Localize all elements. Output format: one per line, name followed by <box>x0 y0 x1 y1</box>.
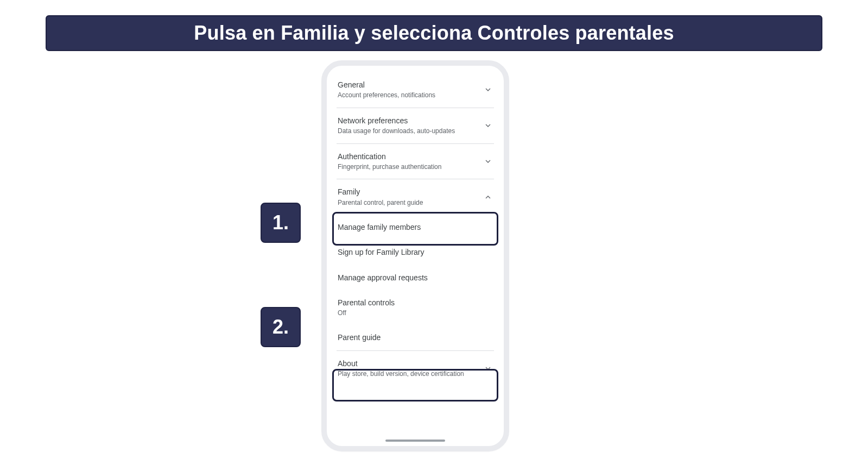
step-badge-1: 1. <box>261 203 301 243</box>
settings-row-general[interactable]: General Account preferences, notificatio… <box>337 72 494 108</box>
gesture-bar <box>385 440 445 442</box>
settings-list: General Account preferences, notificatio… <box>337 72 494 386</box>
instruction-banner: Pulsa en Familia y selecciona Controles … <box>46 15 822 51</box>
row-title: Authentication <box>338 152 441 161</box>
chevron-down-icon <box>483 121 493 130</box>
settings-row-parental-controls[interactable]: Parental controls Off <box>337 290 494 325</box>
row-title: Parent guide <box>338 332 381 342</box>
row-subtitle: Play store, build version, device certif… <box>338 370 464 379</box>
row-subtitle: Account preferences, notifications <box>338 91 435 100</box>
chevron-down-icon <box>483 85 493 95</box>
row-subtitle: Off <box>338 309 395 318</box>
row-title: About <box>338 359 464 368</box>
chevron-down-icon <box>483 156 493 166</box>
row-title: Family <box>338 187 423 197</box>
settings-row-network[interactable]: Network preferences Data usage for downl… <box>337 108 494 144</box>
step-1-label: 1. <box>273 211 289 234</box>
chevron-up-icon <box>483 192 493 202</box>
settings-row-parent-guide[interactable]: Parent guide <box>337 325 494 350</box>
row-title: Parental controls <box>338 298 395 308</box>
settings-row-about[interactable]: About Play store, build version, device … <box>337 351 494 386</box>
settings-row-family[interactable]: Family Parental control, parent guide <box>337 179 494 215</box>
instruction-text: Pulsa en Familia y selecciona Controles … <box>194 22 674 45</box>
row-subtitle: Data usage for downloads, auto-updates <box>338 127 455 136</box>
phone-frame: General Account preferences, notificatio… <box>321 60 509 451</box>
settings-row-approval-requests[interactable]: Manage approval requests <box>337 265 494 290</box>
row-title: Network preferences <box>338 116 455 126</box>
row-title: General <box>338 80 435 90</box>
settings-row-family-library[interactable]: Sign up for Family Library <box>337 240 494 265</box>
step-badge-2: 2. <box>261 307 301 347</box>
row-title: Manage approval requests <box>338 273 428 283</box>
row-title: Sign up for Family Library <box>338 247 425 257</box>
settings-row-authentication[interactable]: Authentication Fingerprint, purchase aut… <box>337 144 494 180</box>
row-title: Manage family members <box>338 222 421 232</box>
settings-row-manage-members[interactable]: Manage family members <box>337 215 494 240</box>
chevron-down-icon <box>483 363 493 373</box>
row-subtitle: Fingerprint, purchase authentication <box>338 163 441 172</box>
step-2-label: 2. <box>273 316 289 338</box>
row-subtitle: Parental control, parent guide <box>338 199 423 208</box>
